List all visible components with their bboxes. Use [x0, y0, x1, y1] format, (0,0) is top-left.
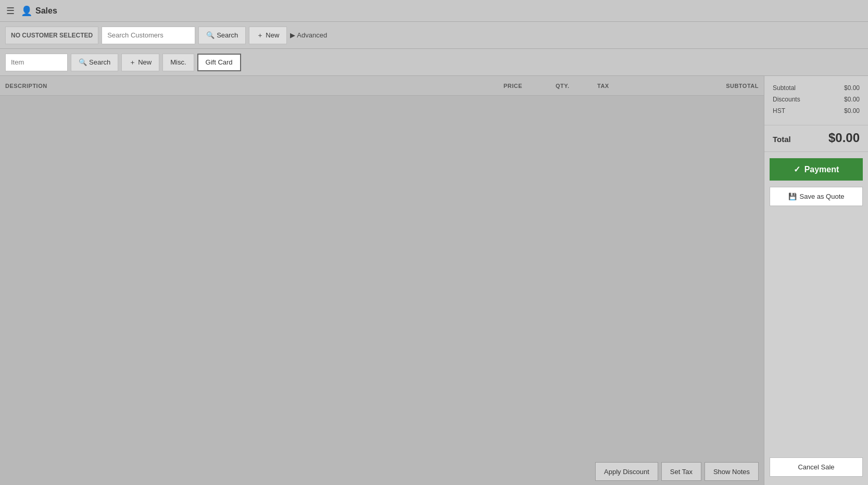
set-tax-button[interactable]: Set Tax [661, 462, 701, 481]
table-header: DESCRIPTION PRICE QTY. TAX SUBTOTAL [0, 76, 764, 96]
discounts-label: Discounts [773, 96, 800, 103]
total-grand-row: Total $0.00 [764, 125, 868, 152]
main-area: DESCRIPTION PRICE QTY. TAX SUBTOTAL Appl… [0, 76, 868, 485]
customer-search-input[interactable] [102, 27, 195, 44]
item-search-button[interactable]: 🔍 Search [71, 54, 118, 71]
description-header: DESCRIPTION [5, 83, 504, 89]
save-quote-icon: 💾 [788, 193, 797, 200]
customer-search-button-label: Search [217, 31, 238, 39]
sidebar-totals: Subtotal $0.00 Discounts $0.00 HST $0.00 [764, 76, 868, 125]
gift-card-button-label: Gift Card [206, 58, 233, 66]
hst-row: HST $0.00 [773, 107, 860, 114]
page-title: Sales [35, 6, 57, 16]
save-quote-label: Save as Quote [800, 193, 845, 200]
payment-icon: ✓ [794, 164, 800, 174]
chevron-right-icon: ▶ [290, 31, 295, 39]
item-bar: 🔍 Search ＋ New Misc. Gift Card [0, 49, 868, 76]
table-body [0, 96, 764, 458]
customer-bar: NO CUSTOMER SELECTED 🔍 Search ＋ New ▶ Ad… [0, 22, 868, 49]
sidebar: Subtotal $0.00 Discounts $0.00 HST $0.00… [764, 76, 868, 485]
item-search-button-label: Search [89, 58, 110, 66]
advanced-button[interactable]: ▶ Advanced [290, 31, 327, 39]
cancel-sale-button[interactable]: Cancel Sale [770, 457, 863, 477]
plus-icon: ＋ [257, 31, 263, 40]
qty-header: QTY. [556, 83, 597, 89]
title-bar: ☰ 👤 Sales [0, 0, 868, 22]
table-area: DESCRIPTION PRICE QTY. TAX SUBTOTAL Appl… [0, 76, 764, 485]
search-icon: 🔍 [206, 31, 215, 39]
action-buttons: Apply Discount Set Tax Show Notes [0, 458, 764, 485]
plus-icon: ＋ [129, 58, 136, 67]
item-new-button-label: New [138, 58, 152, 66]
discounts-row: Discounts $0.00 [773, 96, 860, 103]
customer-new-button-label: New [266, 31, 279, 39]
advanced-button-label: Advanced [297, 31, 327, 39]
customer-search-button[interactable]: 🔍 Search [198, 27, 246, 44]
misc-button-label: Misc. [170, 58, 186, 66]
price-header: PRICE [504, 83, 556, 89]
payment-button[interactable]: ✓ Payment [770, 158, 863, 181]
menu-icon[interactable]: ☰ [6, 5, 15, 17]
no-customer-badge: NO CUSTOMER SELECTED [5, 27, 98, 44]
apply-discount-button[interactable]: Apply Discount [595, 462, 658, 481]
save-quote-button[interactable]: 💾 Save as Quote [770, 187, 863, 206]
show-notes-button[interactable]: Show Notes [705, 462, 759, 481]
hst-label: HST [773, 107, 785, 114]
customer-new-button[interactable]: ＋ New [249, 27, 287, 44]
tax-header: TAX [597, 83, 675, 89]
total-label: Total [773, 135, 791, 144]
item-new-button[interactable]: ＋ New [121, 54, 159, 71]
subtotal-header: SUBTOTAL [675, 83, 759, 89]
misc-button[interactable]: Misc. [162, 54, 194, 71]
sidebar-spacer [764, 206, 868, 457]
search-icon: 🔍 [79, 58, 87, 66]
subtotal-value: $0.00 [844, 84, 860, 92]
discounts-value: $0.00 [844, 96, 860, 103]
item-search-input[interactable] [5, 54, 68, 71]
total-value: $0.00 [828, 131, 860, 145]
user-icon: 👤 [21, 5, 32, 17]
payment-button-label: Payment [804, 165, 839, 174]
hst-value: $0.00 [844, 107, 860, 114]
gift-card-button[interactable]: Gift Card [197, 54, 241, 71]
subtotal-label: Subtotal [773, 84, 796, 92]
subtotal-row: Subtotal $0.00 [773, 84, 860, 92]
